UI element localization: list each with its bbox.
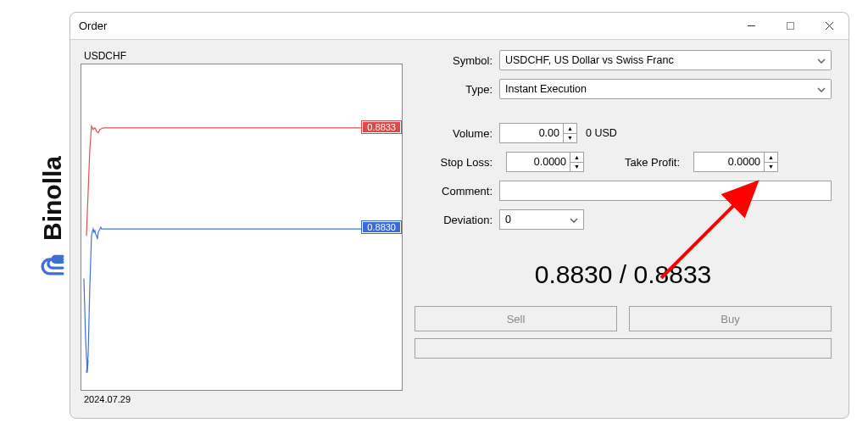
type-value: Instant Execution bbox=[505, 83, 587, 95]
chevron-down-icon bbox=[570, 214, 578, 225]
volume-usd: 0 USD bbox=[586, 127, 617, 139]
volume-input[interactable]: ▲ ▼ bbox=[499, 123, 577, 143]
takeprofit-down-button[interactable]: ▼ bbox=[765, 163, 777, 172]
minimize-button[interactable] bbox=[732, 13, 771, 40]
takeprofit-label: Take Profit: bbox=[625, 156, 687, 169]
symbol-dropdown[interactable]: USDCHF, US Dollar vs Swiss Franc bbox=[499, 50, 832, 70]
ask-price-tag: 0.8833 bbox=[361, 120, 402, 134]
order-form: Symbol: USDCHF, US Dollar vs Swiss Franc… bbox=[415, 50, 832, 404]
type-label: Type: bbox=[415, 83, 499, 96]
takeprofit-up-button[interactable]: ▲ bbox=[765, 153, 777, 163]
stoploss-input[interactable]: ▲ ▼ bbox=[506, 152, 584, 172]
chart-panel: USDCHF 0.8833 0.8830 2024.07.29 bbox=[81, 50, 403, 404]
symbol-label: Symbol: bbox=[415, 54, 499, 67]
svg-rect-1 bbox=[787, 23, 793, 30]
window-title: Order bbox=[79, 19, 732, 32]
titlebar: Order bbox=[70, 13, 849, 40]
stoploss-up-button[interactable]: ▲ bbox=[570, 153, 583, 163]
chart-date: 2024.07.29 bbox=[84, 394, 403, 404]
bid-price-tag: 0.8830 bbox=[361, 220, 402, 234]
volume-down-button[interactable]: ▼ bbox=[564, 134, 576, 143]
deviation-label: Deviation: bbox=[415, 214, 499, 226]
chevron-down-icon bbox=[817, 54, 826, 66]
sell-button[interactable]: Sell bbox=[415, 306, 617, 331]
chart-symbol: USDCHF bbox=[84, 50, 403, 62]
brand-name: Binolla bbox=[38, 156, 67, 241]
binolla-icon bbox=[38, 249, 67, 278]
status-bar bbox=[415, 338, 832, 359]
chevron-down-icon bbox=[817, 83, 826, 95]
tick-chart: 0.8833 0.8830 bbox=[81, 64, 403, 391]
volume-label: Volume: bbox=[415, 127, 499, 140]
stoploss-down-button[interactable]: ▼ bbox=[570, 163, 583, 172]
maximize-button[interactable] bbox=[771, 13, 810, 40]
brand-logo: Binolla bbox=[38, 156, 67, 278]
symbol-value: USDCHF, US Dollar vs Swiss Franc bbox=[505, 54, 674, 66]
bid-ask-display: 0.8830 / 0.8833 bbox=[415, 260, 832, 289]
stoploss-field[interactable] bbox=[507, 153, 570, 171]
type-dropdown[interactable]: Instant Execution bbox=[499, 79, 832, 99]
takeprofit-input[interactable]: ▲ ▼ bbox=[693, 152, 778, 172]
volume-field[interactable] bbox=[500, 124, 563, 142]
stoploss-label: Stop Loss: bbox=[415, 156, 499, 169]
volume-up-button[interactable]: ▲ bbox=[564, 124, 576, 134]
deviation-dropdown[interactable]: 0 bbox=[499, 209, 584, 230]
comment-input[interactable] bbox=[499, 181, 832, 201]
order-window: Order USDCHF 0.8 bbox=[70, 12, 849, 419]
close-button[interactable] bbox=[810, 13, 849, 40]
buy-button[interactable]: Buy bbox=[629, 306, 832, 331]
deviation-value: 0 bbox=[505, 214, 511, 225]
takeprofit-field[interactable] bbox=[694, 153, 764, 171]
comment-label: Comment: bbox=[415, 185, 499, 198]
